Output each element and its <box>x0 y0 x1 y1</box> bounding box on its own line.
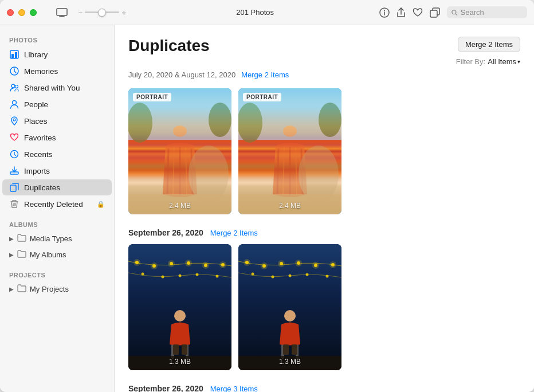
sidebar-item-memories[interactable]: Memories <box>2 63 112 79</box>
duplicate-view-button[interactable] <box>430 7 440 18</box>
sidebar-section-photos: Photos <box>0 32 114 46</box>
toolbar-center: − + <box>55 6 131 19</box>
night-figure-2 <box>238 244 341 370</box>
section-3-merge-button[interactable]: Merge 3 Items <box>210 385 258 393</box>
duplicates-label: Duplicates <box>24 183 105 192</box>
svg-rect-92 <box>283 344 289 355</box>
minimize-button[interactable] <box>18 9 25 16</box>
svg-rect-6 <box>430 10 437 17</box>
merge-top-button[interactable]: Merge 2 Items <box>458 37 520 52</box>
svg-point-80 <box>312 262 319 269</box>
search-input[interactable] <box>461 8 523 17</box>
svg-point-61 <box>196 273 199 276</box>
svg-rect-19 <box>10 185 16 191</box>
svg-point-55 <box>202 262 209 269</box>
svg-rect-70 <box>238 244 341 370</box>
media-types-label: Media Types <box>30 234 72 243</box>
slideshow-icon[interactable] <box>55 6 69 19</box>
info-button[interactable] <box>379 7 390 18</box>
photo-section-3: September 26, 2020 Merge 3 Items <box>128 384 520 392</box>
favorites-icon <box>9 132 19 143</box>
photo-card-3[interactable]: 1.3 MB <box>128 244 231 370</box>
svg-point-62 <box>216 275 219 278</box>
share-button[interactable] <box>396 7 406 18</box>
photo-size-4: 1.3 MB <box>238 358 341 366</box>
zoom-minus-button[interactable]: − <box>78 8 83 17</box>
sidebar-item-duplicates[interactable]: Duplicates <box>2 179 112 195</box>
main-panel: Duplicates Merge 2 Items Filter By: All … <box>115 25 534 392</box>
sidebar-item-imports[interactable]: Imports <box>2 163 112 179</box>
section-1-date: July 20, 2020 & August 12, 2020 <box>128 70 235 79</box>
photo-card-4[interactable]: 1.3 MB <box>238 244 341 370</box>
section-2-merge-button[interactable]: Merge 2 Items <box>210 229 258 237</box>
svg-point-57 <box>219 261 226 268</box>
places-label: Places <box>24 117 105 126</box>
traffic-lights <box>7 9 37 16</box>
sidebar: Photos Library Memories Shared with You <box>0 25 115 392</box>
sidebar-item-recents[interactable]: Recents <box>2 146 112 162</box>
sidebar-item-shared-with-you[interactable]: Shared with You <box>2 80 112 96</box>
fullscreen-button[interactable] <box>30 9 37 16</box>
filter-value-button[interactable]: All Items ▾ <box>488 57 520 66</box>
shared-with-you-icon <box>9 83 19 93</box>
filter-value-text: All Items <box>488 57 516 66</box>
svg-point-76 <box>278 260 285 267</box>
svg-rect-68 <box>182 344 187 355</box>
folder-icon-2 <box>17 250 26 260</box>
lock-icon: 🔒 <box>97 201 105 208</box>
slider-track[interactable] <box>85 11 119 13</box>
my-projects-label: My Projects <box>30 285 69 293</box>
chevron-right-icon-2: ▶ <box>9 252 14 258</box>
svg-point-85 <box>289 275 292 277</box>
night-figure-1 <box>128 244 231 370</box>
svg-rect-93 <box>292 344 297 355</box>
svg-rect-0 <box>57 9 67 15</box>
filter-row: Filter By: All Items ▾ <box>128 57 520 66</box>
svg-point-5 <box>384 10 385 11</box>
people-icon <box>9 99 19 109</box>
sidebar-item-favorites[interactable]: Favorites <box>2 130 112 146</box>
svg-point-72 <box>244 259 250 266</box>
sidebar-item-recently-deleted[interactable]: Recently Deleted 🔒 <box>2 196 112 212</box>
search-box[interactable] <box>447 6 527 18</box>
svg-point-25 <box>209 103 231 137</box>
photo-size-2: 2.4 MB <box>238 202 341 210</box>
sidebar-item-my-projects[interactable]: ▶ My Projects <box>2 281 112 297</box>
section-1-photo-grid: PORTRAIT 2.4 MB <box>128 88 520 214</box>
section-3-header: September 26, 2020 Merge 3 Items <box>128 384 520 392</box>
chevron-right-icon: ▶ <box>9 236 14 242</box>
photo-card-1[interactable]: PORTRAIT 2.4 MB <box>128 88 231 214</box>
sidebar-item-places[interactable]: Places <box>2 113 112 129</box>
svg-rect-45 <box>128 244 231 370</box>
svg-rect-67 <box>173 344 179 355</box>
svg-point-66 <box>174 310 186 322</box>
imports-icon <box>9 166 19 176</box>
section-1-merge-button[interactable]: Merge 2 Items <box>241 70 289 79</box>
svg-point-51 <box>168 260 175 267</box>
favorite-button[interactable] <box>413 8 423 17</box>
library-label: Library <box>24 50 105 59</box>
sidebar-item-my-albums[interactable]: ▶ My Albums <box>2 247 112 262</box>
sidebar-item-media-types[interactable]: ▶ Media Types <box>2 231 112 246</box>
photo-card-2[interactable]: PORTRAIT 2.4 MB <box>238 88 341 214</box>
svg-line-8 <box>456 14 457 15</box>
svg-point-35 <box>238 103 262 143</box>
svg-point-53 <box>185 260 192 266</box>
duplicates-icon <box>9 182 19 193</box>
folder-icon <box>17 234 26 244</box>
imports-label: Imports <box>24 167 105 175</box>
svg-point-60 <box>179 275 182 277</box>
recents-label: Recents <box>24 150 105 159</box>
svg-point-7 <box>452 10 456 14</box>
zoom-plus-button[interactable]: + <box>121 8 126 17</box>
slider-thumb[interactable] <box>98 9 106 17</box>
sidebar-item-library[interactable]: Library <box>2 46 112 62</box>
section-3-date: September 26, 2020 <box>128 384 203 392</box>
svg-point-47 <box>134 259 140 266</box>
svg-line-38 <box>277 148 278 194</box>
recently-deleted-icon <box>9 199 19 209</box>
close-button[interactable] <box>7 9 14 16</box>
sidebar-item-people[interactable]: People <box>2 96 112 112</box>
photo-image-2 <box>238 88 341 214</box>
page-title: Duplicates <box>128 37 210 55</box>
